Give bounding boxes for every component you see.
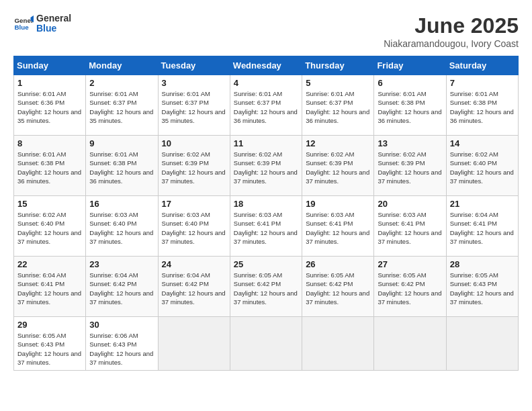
day-info: Sunrise: 6:05 AMSunset: 6:43 PMDaylight:… — [450, 271, 515, 306]
calendar-cell: 27Sunrise: 6:05 AMSunset: 6:42 PMDayligh… — [374, 257, 446, 317]
calendar-cell: 19Sunrise: 6:03 AMSunset: 6:41 PMDayligh… — [302, 196, 374, 257]
calendar-subtitle: Niakaramandougou, Ivory Coast — [384, 38, 519, 49]
day-info: Sunrise: 6:05 AMSunset: 6:42 PMDaylight:… — [378, 271, 442, 306]
calendar-cell: 25Sunrise: 6:05 AMSunset: 6:42 PMDayligh… — [230, 257, 302, 317]
day-number: 30 — [89, 320, 154, 330]
page-header: General Blue General Blue June 2025 Niak… — [13, 13, 519, 49]
day-number: 7 — [450, 78, 515, 88]
day-number: 16 — [89, 199, 154, 209]
day-info: Sunrise: 6:03 AMSunset: 6:41 PMDaylight:… — [378, 210, 442, 246]
weekday-header-friday: Friday — [374, 56, 446, 75]
day-info: Sunrise: 6:02 AMSunset: 6:39 PMDaylight:… — [306, 150, 370, 185]
day-number: 15 — [17, 199, 82, 209]
logo-blue: Blue — [36, 24, 71, 34]
weekday-header-saturday: Saturday — [446, 56, 518, 75]
day-info: Sunrise: 6:01 AMSunset: 6:37 PMDaylight:… — [306, 89, 370, 125]
day-info: Sunrise: 6:01 AMSunset: 6:38 PMDaylight:… — [450, 89, 515, 125]
calendar-cell: 20Sunrise: 6:03 AMSunset: 6:41 PMDayligh… — [374, 196, 446, 257]
calendar-cell: 1Sunrise: 6:01 AMSunset: 6:36 PMDaylight… — [14, 75, 86, 136]
weekday-header-tuesday: Tuesday — [158, 56, 230, 75]
calendar-cell: 21Sunrise: 6:04 AMSunset: 6:41 PMDayligh… — [446, 196, 518, 257]
day-info: Sunrise: 6:01 AMSunset: 6:38 PMDaylight:… — [17, 150, 82, 185]
day-info: Sunrise: 6:05 AMSunset: 6:42 PMDaylight:… — [234, 271, 298, 306]
calendar-cell: 30Sunrise: 6:06 AMSunset: 6:43 PMDayligh… — [86, 317, 158, 371]
calendar-cell — [446, 317, 518, 371]
day-number: 4 — [234, 78, 298, 88]
calendar-week-row: 1Sunrise: 6:01 AMSunset: 6:36 PMDaylight… — [14, 75, 519, 136]
day-number: 11 — [234, 138, 298, 148]
calendar-title: June 2025 — [384, 13, 519, 38]
calendar-cell — [230, 317, 302, 371]
day-info: Sunrise: 6:03 AMSunset: 6:40 PMDaylight:… — [162, 210, 226, 246]
calendar-cell: 8Sunrise: 6:01 AMSunset: 6:38 PMDaylight… — [14, 136, 86, 196]
day-info: Sunrise: 6:01 AMSunset: 6:38 PMDaylight:… — [378, 89, 442, 125]
day-info: Sunrise: 6:04 AMSunset: 6:41 PMDaylight:… — [17, 271, 82, 306]
logo-icon: General Blue — [13, 13, 34, 34]
day-info: Sunrise: 6:01 AMSunset: 6:37 PMDaylight:… — [234, 89, 298, 125]
day-info: Sunrise: 6:04 AMSunset: 6:42 PMDaylight:… — [162, 271, 226, 306]
day-info: Sunrise: 6:04 AMSunset: 6:42 PMDaylight:… — [89, 271, 154, 306]
svg-text:Blue: Blue — [15, 24, 30, 31]
day-info: Sunrise: 6:05 AMSunset: 6:42 PMDaylight:… — [306, 271, 370, 306]
calendar-cell: 18Sunrise: 6:03 AMSunset: 6:41 PMDayligh… — [230, 196, 302, 257]
calendar-cell — [374, 317, 446, 371]
calendar-cell: 16Sunrise: 6:03 AMSunset: 6:40 PMDayligh… — [86, 196, 158, 257]
day-number: 21 — [450, 199, 515, 209]
day-number: 13 — [378, 138, 442, 148]
calendar-cell: 12Sunrise: 6:02 AMSunset: 6:39 PMDayligh… — [302, 136, 374, 196]
day-number: 23 — [89, 259, 154, 269]
weekday-header-row: SundayMondayTuesdayWednesdayThursdayFrid… — [14, 56, 519, 75]
day-number: 12 — [306, 138, 370, 148]
day-number: 9 — [89, 138, 154, 148]
day-info: Sunrise: 6:02 AMSunset: 6:39 PMDaylight:… — [162, 150, 226, 185]
calendar-cell: 22Sunrise: 6:04 AMSunset: 6:41 PMDayligh… — [14, 257, 86, 317]
day-number: 22 — [17, 259, 82, 269]
day-number: 25 — [234, 259, 298, 269]
day-number: 28 — [450, 259, 515, 269]
day-number: 14 — [450, 138, 515, 148]
calendar-cell: 9Sunrise: 6:01 AMSunset: 6:38 PMDaylight… — [86, 136, 158, 196]
day-info: Sunrise: 6:03 AMSunset: 6:40 PMDaylight:… — [89, 210, 154, 246]
calendar-week-row: 15Sunrise: 6:02 AMSunset: 6:40 PMDayligh… — [14, 196, 519, 257]
day-info: Sunrise: 6:01 AMSunset: 6:38 PMDaylight:… — [89, 150, 154, 185]
day-info: Sunrise: 6:01 AMSunset: 6:36 PMDaylight:… — [17, 89, 82, 125]
calendar-week-row: 8Sunrise: 6:01 AMSunset: 6:38 PMDaylight… — [14, 136, 519, 196]
weekday-header-monday: Monday — [86, 56, 158, 75]
calendar-cell: 29Sunrise: 6:05 AMSunset: 6:43 PMDayligh… — [14, 317, 86, 371]
day-number: 20 — [378, 199, 442, 209]
weekday-header-sunday: Sunday — [14, 56, 86, 75]
day-number: 27 — [378, 259, 442, 269]
calendar-cell: 4Sunrise: 6:01 AMSunset: 6:37 PMDaylight… — [230, 75, 302, 136]
title-area: June 2025 Niakaramandougou, Ivory Coast — [384, 13, 519, 49]
day-number: 1 — [17, 78, 82, 88]
calendar-cell: 11Sunrise: 6:02 AMSunset: 6:39 PMDayligh… — [230, 136, 302, 196]
calendar-cell: 2Sunrise: 6:01 AMSunset: 6:37 PMDaylight… — [86, 75, 158, 136]
calendar-cell: 28Sunrise: 6:05 AMSunset: 6:43 PMDayligh… — [446, 257, 518, 317]
day-info: Sunrise: 6:02 AMSunset: 6:39 PMDaylight:… — [378, 150, 442, 185]
day-number: 3 — [162, 78, 226, 88]
weekday-header-wednesday: Wednesday — [230, 56, 302, 75]
calendar-cell: 14Sunrise: 6:02 AMSunset: 6:40 PMDayligh… — [446, 136, 518, 196]
day-number: 17 — [162, 199, 226, 209]
calendar-cell: 24Sunrise: 6:04 AMSunset: 6:42 PMDayligh… — [158, 257, 230, 317]
day-number: 24 — [162, 259, 226, 269]
calendar-cell — [158, 317, 230, 371]
day-info: Sunrise: 6:02 AMSunset: 6:40 PMDaylight:… — [17, 210, 82, 246]
day-info: Sunrise: 6:04 AMSunset: 6:41 PMDaylight:… — [450, 210, 515, 246]
day-number: 19 — [306, 199, 370, 209]
day-info: Sunrise: 6:02 AMSunset: 6:39 PMDaylight:… — [234, 150, 298, 185]
calendar-cell: 5Sunrise: 6:01 AMSunset: 6:37 PMDaylight… — [302, 75, 374, 136]
day-number: 26 — [306, 259, 370, 269]
day-number: 5 — [306, 78, 370, 88]
day-number: 8 — [17, 138, 82, 148]
calendar-cell — [302, 317, 374, 371]
day-info: Sunrise: 6:02 AMSunset: 6:40 PMDaylight:… — [450, 150, 515, 185]
day-info: Sunrise: 6:05 AMSunset: 6:43 PMDaylight:… — [17, 331, 82, 367]
calendar-cell: 6Sunrise: 6:01 AMSunset: 6:38 PMDaylight… — [374, 75, 446, 136]
logo: General Blue General Blue — [13, 13, 71, 34]
calendar-cell: 23Sunrise: 6:04 AMSunset: 6:42 PMDayligh… — [86, 257, 158, 317]
calendar-table: SundayMondayTuesdayWednesdayThursdayFrid… — [13, 56, 519, 371]
day-info: Sunrise: 6:06 AMSunset: 6:43 PMDaylight:… — [89, 331, 154, 367]
calendar-cell: 13Sunrise: 6:02 AMSunset: 6:39 PMDayligh… — [374, 136, 446, 196]
logo-general: General — [36, 13, 71, 24]
